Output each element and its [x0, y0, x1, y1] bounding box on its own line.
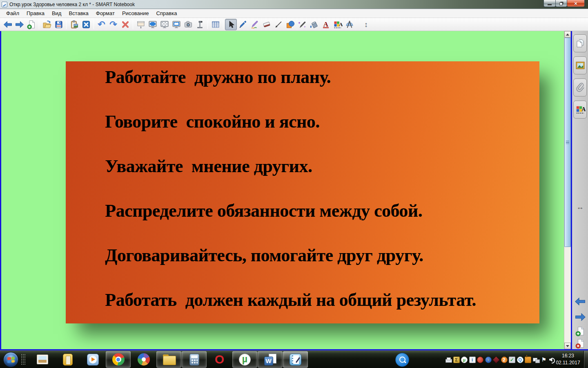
measurement-tools-button[interactable]	[343, 19, 355, 30]
taskbar-app-calculator[interactable]	[182, 351, 207, 368]
properties-button[interactable]: A	[332, 19, 343, 30]
delete-button[interactable]	[119, 19, 131, 30]
guard-tray-icon[interactable]	[492, 356, 500, 363]
shapes-tool-button[interactable]	[284, 19, 296, 30]
taskbar-app-photo-viewer[interactable]	[30, 351, 55, 368]
document-camera-icon	[195, 20, 205, 29]
open-file-button[interactable]	[41, 19, 53, 30]
eraser-tool-button[interactable]	[261, 19, 272, 30]
pen-tool-icon	[238, 20, 248, 29]
fill-tool-button[interactable]	[308, 19, 320, 30]
menu-help[interactable]: Справка	[152, 9, 180, 17]
agent2-tray-icon[interactable]: 2	[501, 357, 508, 363]
shapes-tool-icon	[285, 20, 295, 29]
insert-table-button[interactable]	[209, 19, 221, 30]
next-page-nav-button[interactable]	[574, 312, 586, 323]
info-tray-icon[interactable]: i	[469, 357, 476, 363]
full-screen-button[interactable]	[147, 19, 158, 30]
show-desktop-button[interactable]	[584, 351, 588, 368]
quicktime-tray-icon[interactable]: Q	[517, 357, 523, 363]
taskbar-app-explorer[interactable]	[156, 351, 181, 368]
taskbar-app-phone[interactable]	[55, 351, 80, 368]
taskbar-app-chrome[interactable]	[106, 351, 131, 368]
save-button[interactable]	[53, 19, 65, 30]
red-tool-tray-icon[interactable]	[477, 357, 483, 363]
menu-insert[interactable]: Вставка	[65, 9, 92, 17]
utorrent-tray-icon[interactable]: µ	[461, 357, 468, 363]
tab-gallery[interactable]	[573, 56, 587, 74]
clear-page-button[interactable]	[80, 19, 92, 30]
move-toolbar-button[interactable]: ↕	[360, 19, 372, 30]
thumb-grip	[566, 144, 569, 144]
minimize-button[interactable]	[543, 0, 556, 7]
delete-page-nav-button[interactable]	[574, 338, 586, 349]
properties-tab-icon: A	[575, 104, 586, 115]
network-tray-icon[interactable]	[533, 357, 539, 363]
language-flag-tray-icon[interactable]: ⚑	[541, 357, 547, 363]
taskbar-app-smart-notebook[interactable]	[283, 351, 308, 368]
close-button[interactable]: ×	[567, 0, 585, 7]
tab-properties[interactable]: A	[573, 101, 587, 119]
line-tool-button[interactable]	[272, 19, 284, 30]
taskbar-clock[interactable]: 16:23 02.11.2017	[555, 352, 581, 366]
undo-button[interactable]: ↶	[96, 19, 107, 30]
tab-attachments[interactable]	[573, 79, 587, 96]
taskbar-app-utorrent[interactable]: µ	[232, 351, 257, 368]
page-canvas[interactable]: Работайте дружно по плану. Говорите спок…	[0, 31, 564, 349]
next-page-button[interactable]	[13, 19, 25, 30]
sidebar-resize-handle[interactable]: ↔	[572, 203, 588, 211]
text-tool-button[interactable]: A	[320, 19, 332, 30]
scrollbar-thumb[interactable]	[564, 38, 571, 247]
transparent-background-button[interactable]	[158, 19, 170, 30]
scroll-down-button[interactable]	[564, 343, 571, 349]
title-bar: Откр.урок Здоровье человека 2 кл * - SMA…	[0, 0, 588, 9]
menu-draw[interactable]: Рисование	[118, 9, 152, 17]
pen-tool-button[interactable]	[237, 19, 249, 30]
add-page-button[interactable]	[25, 19, 37, 30]
menu-view[interactable]: Вид	[48, 9, 65, 17]
next-page-nav-icon	[574, 312, 586, 322]
usb-tray-icon[interactable]: ✓	[509, 357, 515, 363]
app-icon	[2, 2, 7, 7]
taskbar-app-word[interactable]: W	[258, 351, 283, 368]
sigma-tray-icon[interactable]: Σ	[453, 357, 460, 363]
taskbar-app-opera[interactable]: O	[207, 351, 232, 368]
previous-page-button[interactable]	[2, 19, 13, 30]
previous-page-nav-button[interactable]	[574, 296, 586, 307]
menu-edit[interactable]: Правка	[23, 9, 48, 17]
screen-capture-button[interactable]	[182, 19, 194, 30]
vertical-scrollbar[interactable]	[564, 31, 571, 349]
start-button[interactable]	[3, 352, 18, 367]
scroll-up-button[interactable]	[564, 31, 571, 38]
menu-format[interactable]: Формат	[92, 9, 118, 17]
paste-button[interactable]	[68, 19, 80, 30]
add-page-nav-button[interactable]	[574, 325, 586, 337]
screen-shade-button[interactable]	[135, 19, 147, 30]
download-master-tray-icon[interactable]	[485, 357, 492, 363]
taskbar-app-media-player[interactable]	[80, 351, 105, 368]
tab-page-sorter[interactable]	[573, 34, 587, 52]
thumb-grip	[566, 142, 569, 143]
taskbar-app-picasa[interactable]	[131, 351, 156, 368]
document-camera-button[interactable]	[194, 19, 206, 30]
building-tray-icon[interactable]	[525, 357, 531, 363]
restore-button[interactable]	[555, 0, 567, 7]
toolbar-separator	[223, 20, 223, 29]
main-area: Работайте дружно по плану. Говорите спок…	[0, 31, 588, 350]
search-tray-icon[interactable]	[395, 353, 409, 367]
restore-icon	[559, 2, 563, 5]
svg-text:A: A	[581, 106, 586, 112]
magic-pen-button[interactable]	[296, 19, 308, 30]
measurement-tools-icon	[345, 20, 354, 29]
note-object[interactable]: Работайте дружно по плану. Говорите спок…	[66, 61, 539, 323]
clear-page-icon	[81, 20, 91, 29]
taskbar: O µ W Σ µ i 2 ✓ Q ⚑ 16:23 02.11.2017	[0, 350, 588, 368]
menu-file[interactable]: Файл	[2, 9, 23, 17]
creative-pen-button[interactable]	[249, 19, 261, 30]
printer-tray-icon[interactable]	[445, 357, 452, 363]
fill-tool-icon	[309, 20, 319, 29]
dual-page-display-button[interactable]	[170, 19, 182, 30]
select-tool-button[interactable]	[225, 19, 237, 30]
redo-button[interactable]: ↷	[107, 19, 119, 30]
line-tool-icon	[274, 20, 283, 29]
